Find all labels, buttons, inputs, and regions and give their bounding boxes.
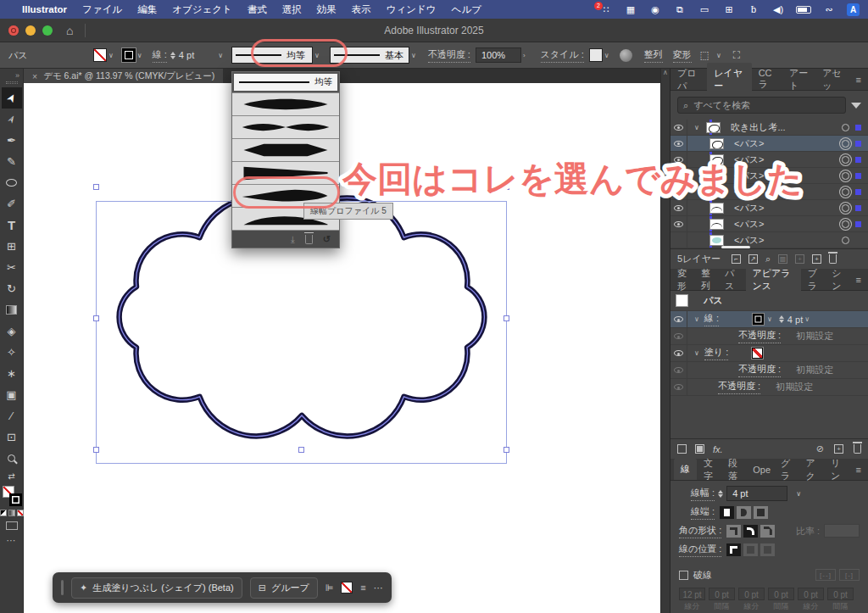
selection-handle[interactable] — [504, 315, 509, 321]
gap-input[interactable]: 0 pt — [827, 588, 854, 600]
panel-menu-icon[interactable]: ≡ — [856, 465, 861, 475]
selection-handle[interactable] — [93, 184, 99, 190]
gap-input[interactable]: 0 pt — [709, 588, 735, 600]
chevron-down-icon[interactable]: ∨ — [108, 52, 114, 59]
align-center-button[interactable] — [726, 543, 741, 556]
group-button[interactable]: ⊟ グループ — [250, 577, 318, 599]
slice-tool[interactable]: ∕ — [2, 405, 22, 426]
panel-menu-icon[interactable]: ≡ — [856, 75, 861, 85]
appearance-opacity-row[interactable]: 不透明度 : 初期設定 — [670, 328, 868, 345]
tab-layers[interactable]: レイヤー — [707, 63, 751, 97]
join-miter-button[interactable] — [726, 525, 741, 538]
close-tab-icon[interactable]: × — [32, 71, 37, 81]
opacity-label[interactable]: 不透明度 : — [738, 329, 781, 343]
join-round-button[interactable] — [743, 525, 758, 538]
creative-cloud-icon[interactable]: ∷2 — [599, 4, 613, 15]
stroke-weight-stepper[interactable] — [779, 315, 784, 323]
chevron-down-icon[interactable]: ∨ — [137, 52, 142, 59]
gradient-mode-icon[interactable] — [8, 510, 15, 516]
visibility-cell[interactable] — [670, 362, 687, 378]
swap-fill-stroke-icon[interactable]: ⇄ — [2, 469, 22, 482]
share-icon[interactable]: ↗ — [748, 254, 758, 264]
tab-gradient[interactable]: グラ — [781, 457, 796, 482]
tourbox-icon[interactable]: ▦ — [624, 4, 637, 15]
selection-square-icon[interactable] — [855, 205, 861, 211]
opacity-value[interactable]: 初期設定 — [796, 330, 833, 343]
stroke-weight-stepper[interactable] — [170, 52, 175, 59]
chevron-down-icon[interactable]: ∨ — [804, 315, 810, 323]
tab-links[interactable]: リン — [831, 457, 846, 482]
dash-input[interactable]: 12 pt — [679, 588, 705, 600]
tab-assets[interactable]: アセッ — [822, 67, 845, 92]
eye-icon[interactable] — [674, 125, 683, 131]
stroke-weight-label[interactable]: 線 : — [153, 48, 167, 63]
document-setup-icon[interactable] — [620, 49, 632, 62]
opacity-value[interactable]: 初期設定 — [776, 381, 813, 393]
eye-icon[interactable] — [674, 350, 683, 356]
layer-row[interactable]: <パス> — [670, 216, 868, 232]
type-tool[interactable]: T — [2, 215, 22, 236]
path-name[interactable]: <パス> — [734, 234, 764, 247]
dash-input[interactable]: 0 pt — [798, 588, 824, 600]
align-dash-icon[interactable]: [-] — [839, 569, 860, 581]
canvas[interactable]: × デモ 6.ai* @ 113.97 % (CMYK/プレビュー) ✦ — [24, 69, 660, 613]
style-label[interactable]: スタイル : — [541, 48, 584, 63]
stroke-weight-value[interactable]: 4 pt — [179, 50, 194, 60]
path-name[interactable]: <パス> — [734, 218, 764, 231]
align-icon[interactable]: ⊫ — [326, 582, 334, 593]
target-circle-icon[interactable] — [842, 237, 849, 244]
selection-square-icon[interactable] — [855, 141, 861, 147]
visibility-cell[interactable] — [670, 232, 687, 248]
clipping-mask-icon[interactable]: ▩ — [778, 254, 787, 264]
menu-help[interactable]: ヘルプ — [452, 3, 481, 16]
stroke-attribute-label[interactable]: 線 : — [704, 312, 719, 326]
eye-icon[interactable] — [674, 367, 683, 373]
expand-toolbar-icon[interactable]: » — [15, 71, 19, 80]
fill-swatch[interactable] — [93, 48, 107, 62]
menu-file[interactable]: ファイル — [82, 3, 122, 16]
dashed-line-checkbox[interactable] — [679, 571, 688, 580]
appearance-fill-row[interactable]: ∨ 塗り : — [670, 345, 868, 362]
appearance-opacity-row[interactable]: 不透明度 : 初期設定 — [670, 379, 868, 396]
menu-select[interactable]: 選択 — [282, 3, 302, 16]
windows-icon[interactable]: ⊞ — [722, 4, 736, 15]
visibility-cell[interactable] — [670, 311, 687, 327]
opacity-label[interactable]: 不透明度 : — [718, 380, 760, 394]
selection-handle[interactable] — [298, 447, 304, 453]
chevron-right-icon[interactable]: › — [523, 52, 526, 59]
fill-attribute-label[interactable]: 塗り : — [704, 346, 728, 360]
weight-value[interactable]: 4 pt — [726, 486, 787, 501]
transform-link[interactable]: 変形 — [673, 48, 692, 63]
delete-profile-icon[interactable] — [305, 235, 313, 244]
eye-icon[interactable] — [674, 141, 683, 147]
new-fill-icon[interactable] — [695, 444, 704, 454]
tab-character[interactable]: 文字 — [704, 457, 718, 482]
save-profile-icon[interactable]: ⤓ — [291, 234, 295, 245]
scissors-tool[interactable]: ✂ — [2, 257, 22, 278]
cap-butt-button[interactable] — [720, 506, 734, 519]
duplicate-item-icon[interactable]: + — [834, 444, 843, 454]
layer-row[interactable]: ∨ 吹き出し考... — [670, 120, 868, 136]
display-icon[interactable]: ▭ — [698, 4, 711, 15]
new-layer-icon[interactable]: + — [812, 254, 821, 264]
align-inside-button[interactable] — [743, 543, 758, 556]
color-mode-icon[interactable] — [0, 510, 7, 516]
tab-pathfinder[interactable]: パス — [725, 267, 738, 293]
horizontal-scrollbar[interactable] — [721, 246, 750, 248]
selection-handle[interactable] — [504, 447, 509, 453]
new-stroke-icon[interactable] — [677, 444, 687, 454]
properties-icon[interactable]: ≡ — [360, 582, 365, 593]
fill-stroke-indicator[interactable] — [2, 486, 22, 506]
delete-item-icon[interactable] — [854, 444, 861, 454]
locate-object-icon[interactable]: ⌕ — [765, 254, 771, 265]
menu-edit[interactable]: 編集 — [137, 3, 157, 16]
target-double-circle-icon[interactable] — [842, 140, 849, 148]
document-tab[interactable]: × デモ 6.ai* @ 113.97 % (CMYK/プレビュー) — [24, 69, 223, 83]
chevron-down-icon[interactable]: ∨ — [694, 315, 699, 323]
chevron-down-icon[interactable]: ∨ — [796, 490, 801, 498]
tab-properties[interactable]: プロパ — [677, 67, 700, 92]
draw-mode-icon[interactable] — [6, 521, 18, 530]
preserve-dash-icon[interactable]: [--] — [815, 569, 836, 581]
profile-option-3[interactable] — [232, 139, 339, 161]
selection-square-icon[interactable] — [855, 221, 861, 227]
